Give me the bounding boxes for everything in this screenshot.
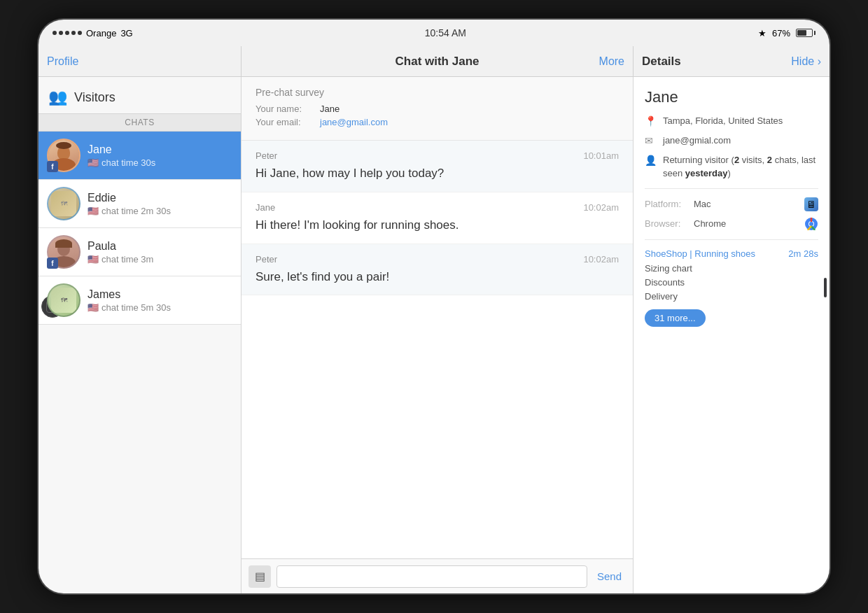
message-time-1: 10:01am <box>583 150 619 161</box>
status-right: ★ 67% <box>758 28 816 38</box>
chat-item-paula[interactable]: f Paula 🇺🇸 chat time 3m <box>38 228 241 276</box>
chats-label: CHATS <box>38 113 241 132</box>
chat-info-eddie: Eddie 🇺🇸 chat time 2m 30s <box>88 192 232 216</box>
facebook-badge-jane: f <box>47 161 58 172</box>
chat-title: Chat with Jane <box>396 55 479 69</box>
survey-title: Pre-chat survey <box>255 87 619 98</box>
content-area: 👥 Visitors CHATS <box>38 77 830 593</box>
survey-email-row: Your email: jane@gmail.com <box>255 117 619 127</box>
nav-bar: Profile Chat with Jane More Details Hide… <box>38 46 830 77</box>
message-time-2: 10:02am <box>583 202 619 213</box>
avatar-wrapper-jane: f <box>47 139 80 172</box>
battery-percent: 67% <box>772 28 790 38</box>
chat-item-eddie[interactable]: 🗺 Eddie 🇺🇸 chat time 2m 30s <box>38 180 241 228</box>
avatar-james: 🗺 <box>47 283 80 317</box>
svg-point-2 <box>809 222 813 226</box>
email-label: Your email: <box>255 117 312 127</box>
visitors-icon: 👥 <box>48 88 67 106</box>
chat-item-jane[interactable]: f Jane 🇺🇸 chat time 30s <box>38 132 241 180</box>
battery-icon <box>796 29 816 37</box>
status-left: Orange 3G <box>52 28 133 38</box>
chat-status-paula: 🇺🇸 chat time 3m <box>88 254 232 265</box>
chat-name-james: James <box>88 288 232 301</box>
divider-2 <box>645 239 818 240</box>
app-wrapper: Profile Chat with Jane More Details Hide… <box>38 46 830 593</box>
profile-link[interactable]: Profile <box>47 55 78 68</box>
chat-name-paula: Paula <box>88 240 232 253</box>
hide-button[interactable]: Hide › <box>791 55 821 68</box>
message-1: Peter 10:01am Hi Jane, how may I help yo… <box>241 141 633 192</box>
platform-value: Mac <box>694 199 804 209</box>
name-value: Jane <box>320 104 340 114</box>
avatar-wrapper-eddie: 🗺 <box>47 187 80 220</box>
bluetooth-icon: ★ <box>758 28 766 38</box>
carrier-label: Orange <box>86 28 116 38</box>
message-input[interactable] <box>276 565 587 588</box>
message-meta-3: Peter 10:02am <box>255 254 619 265</box>
message-sender-3: Peter <box>255 254 277 265</box>
page-time: 2m 28s <box>788 248 818 259</box>
browser-value: Chrome <box>694 218 804 229</box>
mac-icon: 🖥 <box>804 197 818 211</box>
message-3: Peter 10:02am Sure, let's find you a pai… <box>241 244 633 296</box>
flag-paula: 🇺🇸 <box>88 254 99 265</box>
more-button[interactable]: More <box>599 55 624 68</box>
avatar-eddie: 🗺 <box>47 187 80 220</box>
message-time-3: 10:02am <box>583 254 619 265</box>
message-sender-1: Peter <box>255 150 277 161</box>
page-row: ShoeShop | Running shoes 2m 28s <box>645 248 818 259</box>
sub-page-1: Sizing chart <box>645 263 818 274</box>
email-icon: ✉ <box>645 135 657 146</box>
attachment-button[interactable]: ▤ <box>248 565 271 588</box>
nav-left: Profile <box>38 46 241 76</box>
avatar-wrapper-james: 🗺 <box>47 283 80 317</box>
messages-area: Peter 10:01am Hi Jane, how may I help yo… <box>241 141 633 558</box>
chat-status-jane: 🇺🇸 chat time 30s <box>88 157 232 168</box>
flag-eddie: 🇺🇸 <box>88 206 99 216</box>
email-value: jane@gmail.com <box>320 117 388 127</box>
message-meta-1: Peter 10:01am <box>255 150 619 161</box>
browser-row: Browser: Chrome <box>645 217 818 231</box>
platform-label: Platform: <box>645 199 694 209</box>
chat-status-james: 🇺🇸 chat time 5m 30s <box>88 302 232 313</box>
chat-info-jane: Jane 🇺🇸 chat time 30s <box>88 143 232 168</box>
more-button[interactable]: 31 more... <box>645 309 706 327</box>
sub-page-2: Discounts <box>645 277 818 288</box>
signal-dots <box>52 31 82 35</box>
sub-page-3: Delivery <box>645 291 818 302</box>
location-row: 📍 Tampa, Florida, United States <box>645 115 818 127</box>
flag-james: 🇺🇸 <box>88 302 99 313</box>
email-text: jane@gmial.com <box>663 134 818 147</box>
side-button[interactable] <box>824 278 827 297</box>
chat-item-james[interactable]: 🗺 James 🇺🇸 chat time 5m 30s <box>38 276 241 325</box>
divider-1 <box>645 188 818 189</box>
location-text: Tampa, Florida, United States <box>663 115 818 127</box>
message-text-2: Hi there! I'm looking for running shoes. <box>255 217 619 234</box>
avatar-wrapper-paula: f <box>47 235 80 269</box>
message-text-3: Sure, let's find you a pair! <box>255 269 619 286</box>
chat-info-paula: Paula 🇺🇸 chat time 3m <box>88 240 232 265</box>
details-label: Details <box>642 55 681 69</box>
message-text-1: Hi Jane, how may I help you today? <box>255 165 619 182</box>
message-sender-2: Jane <box>255 202 275 213</box>
visitors-header: 👥 Visitors <box>38 77 241 113</box>
email-row: ✉ jane@gmial.com <box>645 134 818 147</box>
nav-right: Details Hide › <box>634 46 830 76</box>
chat-area: Pre-chat survey Your name: Jane Your ema… <box>241 77 634 593</box>
visitor-icon: 👤 <box>645 155 657 166</box>
sidebar: 👥 Visitors CHATS <box>38 77 241 593</box>
network-label: 3G <box>120 28 132 38</box>
page-link[interactable]: ShoeShop | Running shoes <box>645 248 755 259</box>
status-bar: Orange 3G 10:54 AM ★ 67% <box>38 20 830 46</box>
send-button[interactable]: Send <box>593 570 626 582</box>
chat-status-eddie: 🇺🇸 chat time 2m 30s <box>88 206 232 216</box>
nav-center: Chat with Jane More <box>241 46 634 76</box>
message-2: Jane 10:02am Hi there! I'm looking for r… <box>241 192 633 244</box>
chat-name-eddie: Eddie <box>88 192 232 204</box>
platform-row: Platform: Mac 🖥 <box>645 197 818 211</box>
location-icon: 📍 <box>645 115 657 127</box>
visitors-title: Visitors <box>74 90 115 105</box>
chat-info-james: James 🇺🇸 chat time 5m 30s <box>88 288 232 313</box>
chrome-icon <box>804 217 818 231</box>
clock: 10:54 AM <box>425 27 466 38</box>
